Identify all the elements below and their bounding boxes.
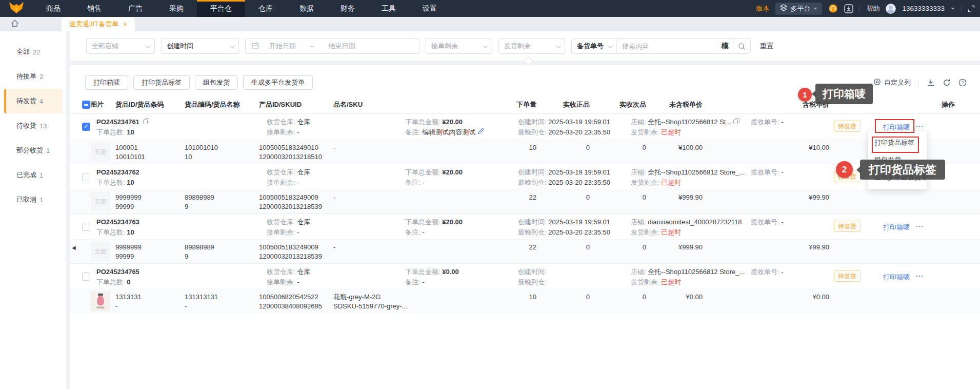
- store: 店铺: 全托--Shop1102566812 St...: [631, 118, 739, 126]
- goods-code: 131313131: [185, 293, 218, 301]
- edit-pencil-icon[interactable]: [477, 128, 484, 136]
- ship-remain-select[interactable]: 发货剩余: [498, 38, 565, 54]
- pack-ship-button[interactable]: 组包发货: [195, 75, 238, 90]
- menu-item-platform-warehouse[interactable]: 平台仓: [197, 0, 245, 17]
- tab-aliexpress-jit[interactable]: 速卖通JIT备货单 ×: [62, 17, 135, 31]
- menu-item-products[interactable]: 商品: [33, 0, 74, 17]
- tutorial-step-2-badge: 2: [836, 161, 853, 178]
- menu-item-sales[interactable]: 销售: [74, 0, 115, 17]
- warehouse: 收货仓库: 仓库: [267, 267, 310, 276]
- fuzzy-match-toggle[interactable]: 模: [717, 42, 733, 51]
- sku-name: -: [333, 143, 335, 152]
- sku-id: 12000038408092695: [259, 302, 322, 310]
- sidebar-item-cancelled[interactable]: 已取消 1: [0, 187, 66, 212]
- close-icon[interactable]: ×: [123, 21, 127, 28]
- copy-icon[interactable]: [143, 118, 149, 126]
- product-id: 1005005183249009: [259, 243, 318, 251]
- account-phone[interactable]: 13633333333: [902, 5, 945, 12]
- goods-code: 89898989: [185, 193, 214, 202]
- search-group: 备货单号 模: [571, 38, 751, 54]
- more-actions-icon[interactable]: ···: [916, 271, 924, 280]
- time-type-select[interactable]: 创建时间: [161, 38, 239, 54]
- more-actions-icon[interactable]: ···: [916, 122, 924, 130]
- row-checkbox[interactable]: [82, 223, 90, 231]
- sku-name: -: [333, 193, 335, 202]
- price-incl-tax: ¥99.90: [752, 193, 829, 202]
- order-rows: PO245234761 下单总数: 10 收货仓库: 仓库 接单剩余: - 下单…: [70, 114, 980, 313]
- row-checkbox[interactable]: [82, 123, 90, 131]
- received-defective: 0: [595, 293, 646, 301]
- download-client-icon[interactable]: [844, 4, 853, 13]
- main-menu: 商品 销售 广告 采购 平台仓 仓库 数据 财务 工具 设置: [33, 0, 450, 17]
- menu-item-purchase[interactable]: 采购: [156, 0, 197, 17]
- accept-remain: 接单剩余: -: [267, 178, 299, 187]
- fullscreen-icon[interactable]: [968, 5, 975, 12]
- print-goods-label-button[interactable]: 打印货品标签: [133, 75, 190, 90]
- refresh-icon[interactable]: [943, 79, 951, 87]
- menu-item-ads[interactable]: 广告: [115, 0, 156, 17]
- col-header-goods-code: 货品编码/货品名称: [185, 95, 240, 114]
- sidebar-item-pending-receive[interactable]: 待收货 13: [0, 113, 66, 138]
- menu-item-warehouse[interactable]: 仓库: [245, 0, 286, 17]
- sidebar-item-pending-accept[interactable]: 待接单 2: [0, 64, 66, 89]
- more-actions-icon[interactable]: ···: [916, 222, 924, 230]
- print-box-mark-link[interactable]: 打印箱唛: [883, 223, 910, 231]
- menu-item-data[interactable]: 数据: [286, 0, 327, 17]
- menu-item-tools[interactable]: 工具: [368, 0, 409, 17]
- export-icon[interactable]: [927, 79, 935, 87]
- row-checkbox[interactable]: [82, 173, 90, 181]
- avatar[interactable]: [886, 4, 896, 14]
- menu-item-finance[interactable]: 财务: [327, 0, 368, 17]
- customize-columns-button[interactable]: 自定义列: [873, 78, 911, 87]
- customer-service-icon[interactable]: [828, 4, 838, 13]
- date-range-picker[interactable]: 开始日期 ~ 结束日期: [245, 38, 419, 54]
- print-box-mark-link[interactable]: 打印箱唛: [883, 273, 910, 281]
- divider: [961, 5, 962, 12]
- goods-barcode: 10010101: [115, 152, 145, 161]
- accept-remain: 接单剩余: -: [267, 228, 299, 237]
- tutorial-highlight-box-1: [875, 119, 914, 133]
- row-checkbox[interactable]: [82, 273, 90, 281]
- sidebar-count: 1: [46, 147, 50, 154]
- po-number-line: PO245234762: [96, 168, 139, 177]
- search-button[interactable]: [733, 43, 750, 50]
- copy-icon[interactable]: [733, 118, 739, 126]
- product-image[interactable]: [91, 291, 110, 311]
- shop-select[interactable]: 全部店铺: [86, 38, 155, 54]
- item-row: 无图 9999999 99999 89898989 9 100500518324…: [70, 189, 980, 213]
- sidebar-label: 已完成: [16, 170, 36, 180]
- col-header-sku-name: 品名/SKU: [333, 95, 363, 114]
- tab-bar: 速卖通JIT备货单 ×: [0, 17, 980, 31]
- sidebar-collapse-handle[interactable]: ◀: [72, 245, 76, 250]
- divider: [918, 79, 919, 87]
- received-good: 0: [538, 243, 590, 251]
- no-image-placeholder: 无图: [91, 242, 110, 261]
- chevron-down-icon[interactable]: [951, 8, 955, 12]
- app-logo[interactable]: [0, 0, 33, 17]
- version-link[interactable]: 版本: [756, 4, 769, 13]
- order-row: PO245234765 下单总数: 0 收货仓库: 仓库 接单剩余: - 下单总…: [70, 263, 980, 289]
- platform-switcher[interactable]: 多平台: [775, 3, 822, 15]
- sidebar-item-completed[interactable]: 已完成 1: [0, 163, 66, 187]
- search-input[interactable]: [617, 40, 717, 53]
- select-all-checkbox[interactable]: [82, 101, 90, 109]
- reset-button[interactable]: 重置: [760, 42, 773, 51]
- pickup-no: 揽收单号: -: [751, 267, 784, 276]
- sidebar-item-partial-receive[interactable]: 部分收货 1: [0, 138, 66, 163]
- accept-remain-select[interactable]: 接单剩余: [426, 38, 492, 54]
- question-help-icon[interactable]: ?: [958, 79, 967, 87]
- bulk-action-toolbar: 打印箱唛 打印货品标签 组包发货 生成多平台发货单: [85, 75, 313, 90]
- home-tab-button[interactable]: [0, 17, 30, 31]
- sidebar-item-pending-ship[interactable]: 待发货 4: [4, 89, 63, 113]
- order-table-card: 打印箱唛 打印货品标签 组包发货 生成多平台发货单 自定义列 ? 图片 货品ID…: [70, 65, 980, 389]
- generate-platform-order-button[interactable]: 生成多平台发货单: [243, 75, 313, 90]
- print-box-mark-button[interactable]: 打印箱唛: [85, 75, 128, 90]
- ship-remain: 发货剩余: 已超时: [631, 128, 681, 137]
- search-type-select[interactable]: 备货单号: [572, 42, 616, 51]
- menu-item-settings[interactable]: 设置: [409, 0, 450, 17]
- help-link[interactable]: 帮助: [866, 4, 879, 13]
- sidebar-item-all[interactable]: 全部 22: [0, 40, 66, 64]
- ship-remain: 发货剩余: 已超时: [631, 278, 681, 286]
- search-type-value: 备货单号: [577, 42, 604, 51]
- sku-id: 12000032013218539: [259, 202, 322, 211]
